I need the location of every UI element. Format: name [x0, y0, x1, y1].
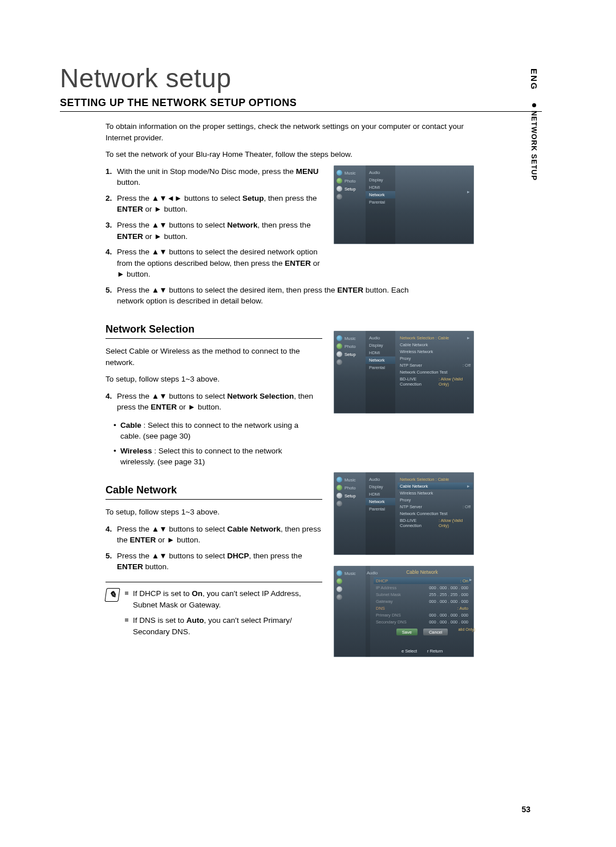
gear-icon — [337, 351, 342, 357]
row-ip: IP Address000 . 000 . 000 . 000 — [376, 584, 468, 591]
note-2: If DNS is set to Auto, you can't select … — [125, 615, 322, 637]
cn-step-4: 4.Press the ▲▼ buttons to select Cable N… — [106, 524, 322, 546]
osd-screenshot-4: Music Audio Cable Network DHCP: On IP Ad… — [334, 566, 474, 657]
intro-paragraph-2: To set the network of your Blu-ray Home … — [106, 149, 471, 160]
ns-paragraph-1: Select Cable or Wireless as the method t… — [106, 346, 322, 368]
photo-icon — [337, 178, 342, 184]
row-dhcp: DHCP: On — [374, 577, 471, 584]
cancel-button: Cancel — [423, 629, 448, 635]
mid-hdmi: HDMI — [366, 184, 395, 191]
photo-icon — [337, 485, 342, 491]
side-tab: ENG NETWORK SETUP — [526, 68, 542, 183]
ns-bullets: Cable : Select this to connect to the ne… — [114, 420, 471, 468]
bullet-cable: Cable : Select this to connect to the ne… — [114, 420, 319, 442]
osd-screenshot-2: Music Photo Setup Audio Display HDMI Net… — [334, 331, 474, 414]
mid-parental: Parental — [366, 198, 395, 206]
clipped-text: alid Only) — [458, 627, 475, 631]
intro-paragraph-1: To obtain information on the proper sett… — [106, 121, 471, 143]
step-4: 4.Press the ▲▼ buttons to select the des… — [106, 246, 322, 280]
globe-icon — [337, 501, 342, 506]
step-5: 5.Press the ▲▼ buttons to select the des… — [106, 285, 425, 307]
globe-icon — [337, 359, 342, 365]
section-heading: SETTING UP THE NETWORK SETUP OPTIONS — [60, 97, 542, 112]
subheading-cable-network: Cable Network — [106, 483, 322, 500]
globe-icon — [337, 594, 342, 600]
page-title: Network setup — [60, 63, 542, 94]
lang-badge: ENG — [529, 68, 539, 91]
row-sdns: Secondary DNS000 . 000 . 000 . 000 — [376, 618, 468, 625]
music-icon — [337, 170, 342, 176]
osd2-header: Network Selection : Cable► — [400, 334, 471, 341]
step-2: 2.Press the ▲▼◄► buttons to select Setup… — [106, 193, 322, 215]
music-icon — [337, 477, 342, 483]
music-icon — [337, 335, 342, 341]
note-box: ✎ If DHCP is set to On, you can't select… — [106, 582, 322, 642]
subheading-network-selection: Network Selection — [106, 322, 322, 339]
mid-display: Display — [366, 176, 395, 184]
row-pdns: Primary DNS000 . 000 . 000 . 000 — [376, 611, 468, 618]
step-1: 1.With the unit in Stop mode/No Disc mod… — [106, 166, 322, 188]
mid-audio: Audio — [366, 169, 395, 176]
footer-return: r Return — [427, 649, 443, 654]
photo-icon — [337, 578, 342, 584]
save-button: Save — [396, 629, 418, 635]
gear-icon — [337, 586, 342, 592]
row-subnet: Subnet Mask255 . 255 . 255 . 000 — [376, 591, 468, 598]
globe-icon — [337, 194, 342, 200]
page-number: 53 — [521, 805, 530, 814]
osd-screenshot-1: Music Photo Setup Audio Display HDMI Net… — [334, 165, 474, 244]
note-icon: ✎ — [104, 588, 120, 602]
mid-network: Network — [366, 191, 395, 198]
nav-photo: Photo — [334, 177, 366, 185]
photo-icon — [337, 343, 342, 349]
nav-setup: Setup — [334, 185, 366, 193]
row-dns: DNS: Auto — [376, 605, 468, 611]
dot-icon — [532, 103, 536, 107]
dialog-title: Cable Network — [374, 568, 471, 577]
side-section-label: NETWORK SETUP — [530, 111, 538, 181]
nav-globe — [334, 193, 366, 201]
gear-icon — [337, 493, 342, 499]
right-arrow-icon: ► — [467, 189, 471, 194]
step-3: 3.Press the ▲▼ buttons to select Network… — [106, 220, 322, 242]
row-gateway: Gateway000 . 000 . 000 . 000 — [376, 598, 468, 605]
footer-select: e Select — [402, 649, 417, 654]
gear-icon — [337, 186, 342, 192]
cn-step-5: 5.Press the ▲▼ buttons to select DHCP, t… — [106, 550, 322, 573]
right-arrow-icon: ► — [469, 577, 473, 582]
note-1: If DHCP is set to On, you can't select I… — [125, 588, 322, 610]
music-icon — [337, 570, 342, 576]
ns-step-4: 4.Press the ▲▼ buttons to select Network… — [106, 391, 322, 413]
osd3-selected: Cable Network► — [398, 483, 473, 489]
osd-screenshot-3: Music Photo Setup Audio Display HDMI Net… — [334, 472, 474, 555]
bullet-wireless: Wireless : Select this to connect to the… — [114, 445, 319, 468]
nav-music: Music — [334, 169, 366, 177]
